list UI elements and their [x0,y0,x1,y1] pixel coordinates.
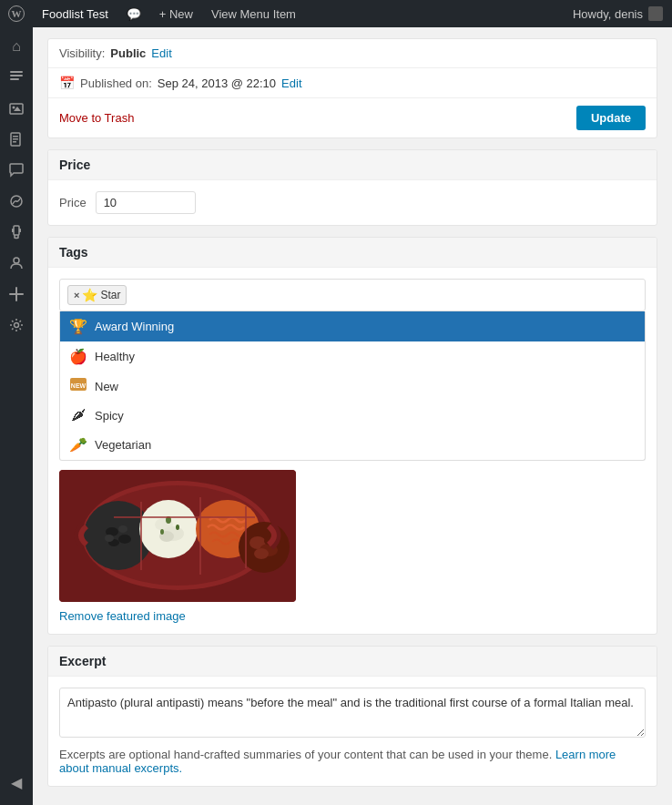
admin-bar-right: Howdy, denis [564,6,672,21]
tags-input-area[interactable]: × ⭐ Star [59,279,646,311]
published-date: Sep 24, 2013 @ 22:10 [158,76,276,90]
dropdown-item-spicy[interactable]: 🌶 Spicy [60,401,645,430]
update-button[interactable]: Update [576,106,646,130]
date-edit-link[interactable]: Edit [281,76,301,90]
svg-point-44 [254,548,269,559]
new-nav-item[interactable]: + New [150,0,202,27]
sidebar-icon-settings[interactable] [0,310,33,341]
svg-text:NEW: NEW [71,382,87,389]
dropdown-item-award-winning[interactable]: 🏆 Award Winning [60,311,645,341]
tag-badge-star: × ⭐ Star [67,285,127,305]
svg-point-38 [176,525,179,530]
sidebar-icon-users[interactable] [0,248,33,279]
price-panel-content: Price [48,180,657,225]
admin-bar: W Foodlist Test 💬 + New View Menu Item H… [0,0,672,27]
wp-logo[interactable]: W [0,0,33,27]
sidebar-icon-comments[interactable] [0,155,33,186]
view-menu-item-nav[interactable]: View Menu Item [202,0,305,27]
published-label: Published on: [80,76,152,90]
dropdown-item-label-award-winning: Award Winning [95,320,174,333]
svg-point-29 [118,535,131,544]
svg-point-39 [160,529,164,535]
tags-panel-content: × ⭐ Star 🏆 Award Winning 🍎 Healthy [48,268,657,634]
price-row: Price [59,191,646,214]
comments-nav-item[interactable]: 💬 [117,0,150,27]
price-panel-header: Price [48,150,657,180]
svg-point-16 [14,258,19,263]
excerpt-textarea[interactable]: Antipasto (plural antipasti) means "befo… [59,688,646,738]
site-name[interactable]: Foodlist Test [33,0,117,27]
howdy-label: Howdy, denis [564,6,672,21]
svg-rect-10 [13,138,18,140]
publish-actions: Move to Trash Update [48,98,657,138]
price-input[interactable] [96,191,196,214]
sidebar-icon-media[interactable] [0,93,33,124]
star-tag-icon: ⭐ [82,288,97,302]
sidebar: ⌂ [0,27,33,805]
sidebar-icon-appearance[interactable] [0,186,33,217]
dropdown-item-healthy[interactable]: 🍎 Healthy [60,341,645,372]
calendar-icon: 📅 [59,76,75,90]
visibility-label: Visibility: [59,46,105,60]
healthy-icon: 🍎 [69,348,87,365]
visibility-edit-link[interactable]: Edit [151,46,171,60]
featured-image-container[interactable] [59,470,296,602]
sidebar-icon-pages[interactable] [0,124,33,155]
tags-panel-header: Tags [48,238,657,268]
food-image-svg [59,470,296,602]
move-to-trash-link[interactable]: Move to Trash [59,111,134,125]
dropdown-item-label-new: New [95,380,118,393]
featured-image-wrap: Remove featured image [59,470,646,623]
svg-rect-13 [14,226,19,235]
spicy-icon: 🌶 [69,407,87,423]
sidebar-icon-plugins[interactable] [0,217,33,248]
svg-rect-11 [13,141,16,143]
svg-rect-2 [10,71,23,73]
excerpt-panel: Excerpt Antipasto (plural antipasti) mea… [47,646,657,787]
sidebar-icon-collapse[interactable]: ◀ [0,767,33,798]
svg-point-32 [105,535,114,542]
award-winning-icon: 🏆 [69,318,87,335]
sidebar-icon-tools[interactable] [0,279,33,310]
new-icon: NEW [69,378,87,394]
tags-dropdown: 🏆 Award Winning 🍎 Healthy NEW [59,311,646,461]
visibility-value: Public [110,46,146,60]
excerpt-help: Excerpts are optional hand-crafted summa… [59,748,646,775]
remove-tag-star[interactable]: × [74,290,79,301]
dropdown-item-label-vegetarian: Vegetarian [95,438,151,452]
avatar [648,6,663,21]
svg-rect-9 [13,136,18,138]
tags-panel: Tags × ⭐ Star 🏆 Award Winning 🍎 Healthy [47,237,657,635]
visibility-row: Visibility: Public Edit [48,39,657,67]
sidebar-icon-posts[interactable] [0,62,33,93]
svg-point-19 [15,323,19,328]
excerpt-panel-header: Excerpt [48,647,657,677]
remove-image-link[interactable]: Remove featured image [59,609,646,623]
svg-rect-14 [12,229,14,232]
publish-date-row: 📅 Published on: Sep 24, 2013 @ 22:10 Edi… [48,68,657,97]
svg-point-31 [118,525,127,533]
comments-nav-icon: 💬 [127,7,141,21]
svg-rect-3 [10,75,23,76]
svg-rect-4 [10,78,19,80]
dropdown-item-new[interactable]: NEW New [60,372,645,401]
svg-point-7 [13,107,15,109]
sidebar-icon-dashboard[interactable]: ⌂ [0,31,33,62]
dropdown-item-label-spicy: Spicy [95,409,124,423]
dropdown-item-vegetarian[interactable]: 🥕 Vegetarian [60,430,645,460]
main-content: Visibility: Public Edit 📅 Published on: … [33,27,672,805]
price-label: Price [59,196,87,209]
excerpt-panel-content: Antipasto (plural antipasti) means "befo… [48,677,657,786]
price-panel: Price Price [47,149,657,226]
publish-panel: Visibility: Public Edit 📅 Published on: … [47,38,657,138]
tag-label-star: Star [100,289,120,301]
svg-rect-15 [19,229,21,232]
vegetarian-icon: 🥕 [69,436,87,453]
dropdown-item-label-healthy: Healthy [95,350,135,363]
svg-rect-18 [9,293,24,295]
svg-text:W: W [12,8,22,19]
